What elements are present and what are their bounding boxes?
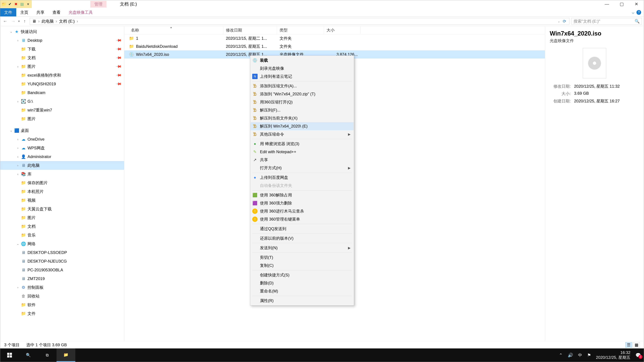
chevron-icon[interactable]: › — [16, 172, 20, 176]
chevron-icon[interactable]: › — [16, 155, 20, 159]
menu-item[interactable]: 通过QQ发送到 — [250, 225, 354, 233]
nav-forward-button[interactable]: → — [10, 18, 16, 24]
menu-item[interactable]: 💿装载 — [250, 56, 354, 64]
col-name[interactable]: 名称 — [124, 26, 223, 34]
taskbar-search-button[interactable]: 🔍 — [19, 349, 38, 362]
file-row[interactable]: 📁1 2020/12/15, 星期二 1... 文件夹 — [124, 34, 545, 42]
sidebar-item[interactable]: 🖥 DESKTOP-LSSOEDP — [0, 248, 124, 257]
ribbon-expand-icon[interactable]: ⌵ — [632, 10, 634, 15]
chevron-down-icon[interactable]: ⌄ — [10, 129, 13, 132]
menu-item[interactable]: 🗜添加到 "Win7x64_2020.zip" (T) — [250, 90, 354, 98]
nav-desktop-root[interactable]: ⌄ 🟦 桌面 — [0, 126, 124, 135]
chevron-icon[interactable]: › — [16, 286, 20, 289]
menu-item[interactable]: 创建快捷方式(S) — [250, 271, 354, 279]
qat-customize-icon[interactable]: ▾ — [26, 2, 30, 6]
menu-item[interactable]: 🗜解压到 Win7x64_2020\ (E) — [250, 122, 354, 130]
sidebar-item[interactable]: 📁 天翼云盘下载 — [0, 205, 124, 213]
breadcrumb-dropdown-icon[interactable]: ⌄ — [556, 19, 561, 23]
col-type[interactable]: 类型 — [277, 26, 324, 34]
volume-icon[interactable]: 🔊 — [568, 353, 573, 358]
menu-item[interactable]: 🗜用360压缩打开(Q) — [250, 98, 354, 106]
sidebar-item[interactable]: 📁 excel表格制作求和 📌 — [0, 71, 124, 80]
menu-item[interactable]: 🟩使用 360解除占用 — [250, 191, 354, 199]
col-date[interactable]: 修改日期 — [223, 26, 277, 34]
tab-file[interactable]: 文件 — [0, 8, 16, 16]
menu-item[interactable]: 🗜添加到压缩文件(A)... — [250, 82, 354, 90]
qat-properties-icon[interactable]: ▤ — [20, 2, 24, 6]
menu-item[interactable]: ●用 蜂蜜浏览器 浏览(3) — [250, 140, 354, 148]
menu-item[interactable]: 刻录光盘映像 — [250, 64, 354, 72]
sidebar-item[interactable]: 📁 文件 — [0, 309, 124, 318]
sidebar-item[interactable]: 📁 YUNQISHI2019 📌 — [0, 80, 124, 88]
sidebar-item[interactable]: › 🖥 此电脑 — [0, 161, 124, 170]
sidebar-item[interactable]: › 💽 G:\ — [0, 97, 124, 106]
qat-delete-icon[interactable]: ✖ — [14, 2, 18, 6]
breadcrumb-item[interactable]: 此电脑 — [40, 18, 55, 24]
chevron-icon[interactable]: › — [16, 138, 20, 141]
chevron-icon[interactable]: › — [16, 164, 20, 167]
sidebar-item[interactable]: › ☁ OneDrive — [0, 135, 124, 144]
nav-quick-access[interactable]: ⌄ ★ 快速访问 — [0, 27, 124, 36]
qat-save-icon[interactable]: ✔ — [8, 2, 12, 6]
action-center-button[interactable]: 💬 3 — [636, 353, 641, 358]
chevron-icon[interactable]: › — [16, 65, 20, 68]
col-size[interactable]: 大小 — [324, 26, 361, 34]
sidebar-item[interactable]: 📁 软件 — [0, 301, 124, 309]
sidebar-item[interactable]: 📁 音乐 — [0, 231, 124, 240]
sidebar-item[interactable]: 📁 Bandicam — [0, 88, 124, 97]
menu-item[interactable]: ●上传到百度网盘 — [250, 173, 354, 182]
sidebar-item[interactable]: › 📚 库 — [0, 170, 124, 178]
menu-item[interactable]: 🟪使用 360强力删除 — [250, 199, 354, 207]
search-input[interactable]: 搜索"文档 (E:)" 🔍 — [572, 18, 642, 25]
menu-item[interactable]: !使用 360进行木马云查杀 — [250, 207, 354, 215]
sidebar-item[interactable]: 📁 保存的图片 — [0, 178, 124, 187]
chevron-icon[interactable]: › — [16, 39, 20, 42]
tab-view[interactable]: 查看 — [48, 8, 64, 16]
menu-item[interactable]: N上传到有道云笔记 — [250, 72, 354, 80]
menu-item[interactable]: ✎Edit with Notepad++ — [250, 148, 354, 156]
menu-item[interactable]: 剪切(T) — [250, 253, 354, 261]
taskbar-clock[interactable]: 16:32 2020/12/25, 星期五 — [596, 350, 630, 360]
sidebar-item[interactable]: 📁 视频 — [0, 196, 124, 205]
sidebar-item[interactable]: 📁 文档 📌 — [0, 53, 124, 62]
sidebar-item[interactable]: › 📁 图片 📌 — [0, 62, 124, 71]
tab-home[interactable]: 主页 — [16, 8, 32, 16]
breadcrumb-item[interactable]: 文档 (E:) — [58, 18, 76, 24]
menu-item[interactable]: ↗共享 — [250, 156, 354, 164]
close-button[interactable]: ✕ — [629, 0, 644, 8]
tray-security-icon[interactable]: ⚑ — [587, 353, 591, 358]
view-thumbnails-button[interactable]: ▦ — [633, 342, 640, 348]
sidebar-item[interactable]: 📁 本机照片 — [0, 187, 124, 196]
menu-item[interactable]: 复制(C) — [250, 261, 354, 270]
menu-item[interactable]: 🗜解压到当前文件夹(X) — [250, 114, 354, 122]
maximize-button[interactable]: ▢ — [614, 0, 629, 8]
nav-back-button[interactable]: ← — [2, 18, 8, 24]
sidebar-item[interactable]: 📁 win7重装win7 — [0, 106, 124, 114]
help-icon[interactable]: ? — [636, 10, 641, 15]
sidebar-item[interactable]: 📁 图片 — [0, 114, 124, 123]
nav-history-dropdown[interactable]: ▾ — [18, 19, 20, 23]
chevron-icon[interactable]: ⌄ — [16, 242, 20, 246]
tab-share[interactable]: 共享 — [32, 8, 48, 16]
sidebar-item[interactable]: 📁 文档 — [0, 222, 124, 231]
menu-item[interactable]: 🗜解压到(F)... — [250, 106, 354, 114]
refresh-button[interactable]: ⟳ — [561, 19, 568, 24]
menu-item[interactable]: 删除(D) — [250, 279, 354, 287]
menu-item[interactable]: 发送到(N)▶ — [250, 244, 354, 252]
sidebar-item[interactable]: 📁 下载 📌 — [0, 45, 124, 53]
sidebar-item[interactable]: › ⚙ 控制面板 — [0, 283, 124, 292]
menu-item[interactable]: 🗜其他压缩命令▶ — [250, 130, 354, 138]
tab-context-iso-tools[interactable]: 光盘映像工具 — [64, 8, 97, 16]
nav-up-button[interactable]: ↑ — [22, 18, 28, 24]
menu-item[interactable]: 重命名(M) — [250, 287, 354, 295]
chevron-down-icon[interactable]: ⌄ — [10, 30, 13, 33]
menu-item[interactable]: 打开方式(H)▶ — [250, 164, 354, 172]
sidebar-item[interactable]: 🖥 ZMT2019 — [0, 274, 124, 283]
tray-overflow-icon[interactable]: ⌃ — [559, 353, 563, 358]
sidebar-item[interactable]: › ☁ WPS网盘 — [0, 144, 124, 152]
file-row[interactable]: 📁BaiduNetdiskDownload 2020/12/25, 星期五 1.… — [124, 42, 545, 50]
menu-item[interactable]: !使用 360管理右键菜单 — [250, 215, 354, 223]
task-view-button[interactable]: ⧉ — [38, 349, 56, 362]
chevron-icon[interactable]: › — [16, 146, 20, 150]
sidebar-item[interactable]: 🗑 回收站 — [0, 292, 124, 301]
